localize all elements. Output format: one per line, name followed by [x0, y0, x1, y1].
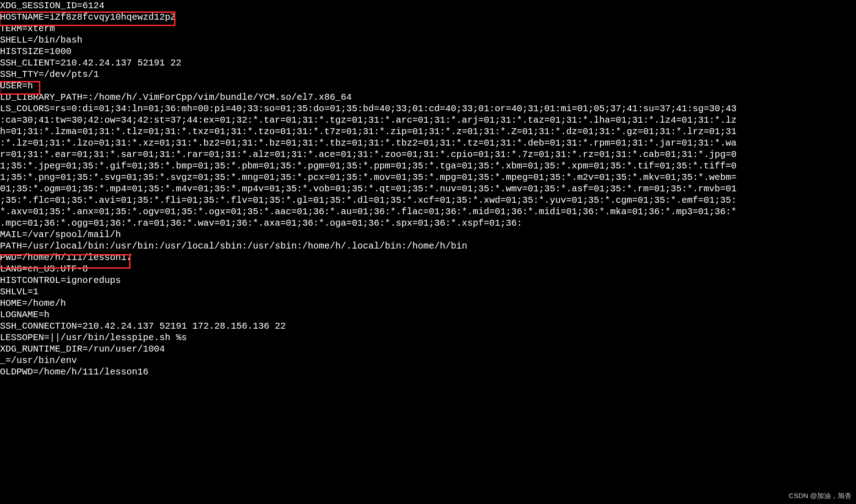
terminal-line: MAIL=/var/spool/mail/h [0, 229, 856, 240]
terminal-line: PATH=/usr/local/bin:/usr/bin:/usr/local/… [0, 240, 856, 252]
terminal-line: ;35:*.flc=01;35:*.avi=01;35:*.fli=01;35:… [0, 195, 856, 206]
terminal-line: LOGNAME=h [0, 309, 856, 320]
terminal-line: SSH_TTY=/dev/pts/1 [0, 69, 856, 80]
terminal-line: 1;35:*.jpeg=01;35:*.gif=01;35:*.bmp=01;3… [0, 160, 856, 172]
terminal-line: HOME=/home/h [0, 298, 856, 309]
terminal-line: .mpc=01;36:*.ogg=01;36:*.ra=01;36:*.wav=… [0, 217, 856, 229]
terminal-line: LANG=en_US.UTF-8 [0, 263, 856, 275]
terminal-line: 01;35:*.ogm=01;35:*.mp4=01;35:*.m4v=01;3… [0, 183, 856, 195]
terminal-line: SSH_CONNECTION=210.42.24.137 52191 172.2… [0, 320, 856, 332]
terminal-line: XDG_RUNTIME_DIR=/run/user/1004 [0, 343, 856, 355]
terminal-line: r=01;31:*.ear=01;31:*.sar=01;31:*.rar=01… [0, 149, 856, 160]
terminal-line: HISTCONTROL=ignoredups [0, 275, 856, 286]
terminal-line: LESSOPEN=||/usr/bin/lesspipe.sh %s [0, 332, 856, 343]
terminal-line: :*.lz=01;31:*.lzo=01;31:*.xz=01;31:*.bz2… [0, 137, 856, 149]
terminal-line: OLDPWD=/home/h/111/lesson16 [0, 366, 856, 378]
terminal-line: *.axv=01;35:*.anx=01;35:*.ogv=01;35:*.og… [0, 206, 856, 217]
terminal-line: SSH_CLIENT=210.42.24.137 52191 22 [0, 57, 856, 69]
terminal-line: LS_COLORS=rs=0:di=01;34:ln=01;36:mh=00:p… [0, 103, 856, 114]
terminal-output[interactable]: XDG_SESSION_ID=6124HOSTNAME=iZf8z8fcvqy1… [0, 0, 856, 378]
terminal-line: PWD=/home/h/111/lesson17 [0, 252, 856, 263]
terminal-line: SHLVL=1 [0, 286, 856, 298]
terminal-line: HISTSIZE=1000 [0, 46, 856, 57]
watermark-text: CSDN @加油，旭杏 [789, 490, 851, 501]
terminal-line: TERM=xterm [0, 23, 856, 34]
terminal-line: 1;35:*.png=01;35:*.svg=01;35:*.svgz=01;3… [0, 172, 856, 183]
terminal-line: :ca=30;41:tw=30;42:ow=34;42:st=37;44:ex=… [0, 114, 856, 126]
terminal-line: HOSTNAME=iZf8z8fcvqy10hqewzd12pZ [0, 11, 856, 23]
terminal-line: h=01;31:*.lzma=01;31:*.tlz=01;31:*.txz=0… [0, 126, 856, 137]
terminal-line: LD_LIBRARY_PATH=:/home/h/.VimForCpp/vim/… [0, 92, 856, 103]
terminal-line: _=/usr/bin/env [0, 355, 856, 366]
terminal-line: XDG_SESSION_ID=6124 [0, 0, 856, 11]
terminal-line: USER=h [0, 80, 856, 92]
terminal-line: SHELL=/bin/bash [0, 34, 856, 46]
